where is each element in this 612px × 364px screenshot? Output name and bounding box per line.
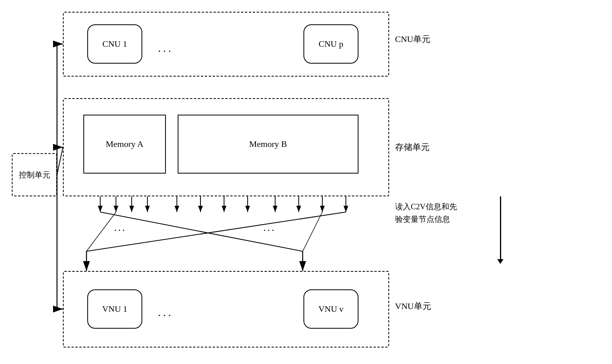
read-info-label: 读入C2V信息和先 验变量节点信息 [395,200,457,225]
vnu-outer-box: VNU 1 VNU v ... [63,271,389,348]
interconnect-dots-left: ... [114,222,127,234]
memory-a-box: Memory A [83,115,166,174]
memory-b-box: Memory B [178,115,358,174]
svg-line-25 [303,212,322,251]
memory-b-label: Memory B [249,139,287,149]
diagram-container: CNU 1 CNU p ... CNU单元 Memory A Memory B … [8,8,604,356]
cnu-outer-box: CNU 1 CNU p ... [63,12,389,77]
vnu1-node: VNU 1 [87,289,142,329]
vnu-dots: ... [158,306,173,319]
svg-line-4 [57,147,63,175]
memory-outer-box: Memory A Memory B [63,98,389,196]
memory-a-label: Memory A [106,139,143,149]
vnuv-label: VNU v [318,304,344,314]
vnu-unit-label: VNU单元 [395,300,431,312]
cnu1-label: CNU 1 [103,39,127,49]
read-arrow-head [497,259,504,264]
read-label-line2: 验变量节点信息 [395,213,457,225]
cnu-dots: ... [158,42,173,55]
svg-line-24 [86,212,116,251]
cnu1-node: CNU 1 [87,24,142,64]
cnup-label: CNU p [319,39,344,49]
read-arrow-line [500,196,501,259]
interconnect-dots-right: ... [263,222,276,234]
cnup-node: CNU p [303,24,358,64]
control-unit-box: 控制单元 [12,153,57,196]
vnuv-node: VNU v [303,289,358,329]
vnu1-label: VNU 1 [102,304,127,314]
cnu-unit-label: CNU单元 [395,33,430,45]
control-unit-label: 控制单元 [19,170,50,180]
read-label-line1: 读入C2V信息和先 [395,200,457,213]
read-arrow-container [497,196,504,264]
memory-unit-label: 存储单元 [395,141,430,153]
